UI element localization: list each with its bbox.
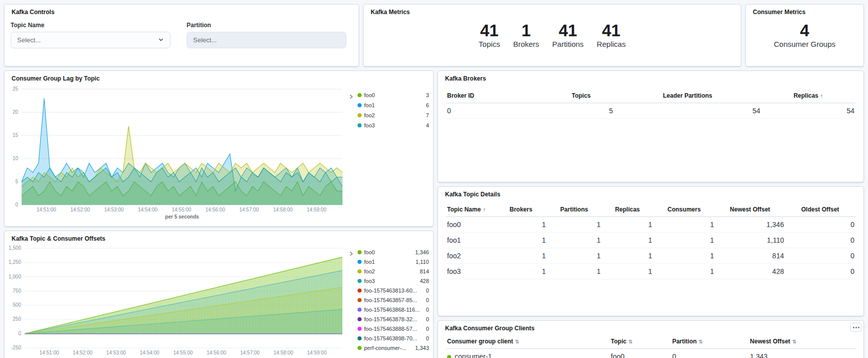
cell-value: 1 (542, 252, 546, 260)
x-axis-tick-label: 14:58:00 (274, 350, 293, 355)
column-header[interactable]: Leader Partitions (614, 89, 761, 103)
metric-consumer-groups-value: 4 (800, 22, 809, 40)
cell-value: 1 (542, 236, 546, 244)
partition-select[interactable]: Select... (187, 32, 346, 48)
legend-item[interactable]: foo3428 (358, 276, 429, 285)
column-header[interactable]: Partitions (547, 203, 601, 217)
panel-options-button[interactable] (850, 323, 861, 332)
legend-item[interactable]: foo11,110 (358, 257, 429, 266)
legend-collapse-button[interactable] (349, 90, 357, 130)
legend-item[interactable]: foo27 (358, 110, 429, 120)
sort-ascending-icon: ↑ (820, 93, 823, 99)
metric-replicas: 41 Replicas (597, 22, 626, 49)
column-header-label: Topic Name (447, 206, 481, 213)
column-header[interactable]: Topic Name↑ (446, 203, 495, 217)
sort-toggle-icon: ⇅ (792, 339, 796, 344)
table-cell: 1 (653, 264, 715, 279)
cell-value: 0 (850, 267, 854, 275)
panel-title-consumer-group-clients: Kafka Consumer Group Clients (438, 321, 863, 333)
legend-item[interactable]: foo-1575463878-32...0 (358, 314, 429, 324)
table-cell: 428 (715, 264, 785, 279)
metric-topics-value: 41 (480, 22, 499, 40)
x-axis-tick-label: 14:57:00 (240, 350, 259, 355)
lag-area-chart[interactable]: 051015202514:51:0014:52:0014:53:0014:54:… (7, 84, 346, 225)
column-header[interactable]: Newest Offset⇅ (749, 335, 855, 348)
cell-value: 1 (648, 252, 652, 260)
legend-series-value: 4 (426, 122, 429, 128)
legend-item[interactable]: perf-consumer-...1,343 (358, 343, 429, 352)
legend-item[interactable]: foo-1575463898-70...0 (358, 333, 429, 343)
legend-item[interactable]: foo34 (358, 120, 429, 130)
cell-value: 1 (648, 236, 652, 244)
metric-consumer-groups-label: Consumer Groups (774, 40, 836, 48)
column-header[interactable]: Replicas (601, 203, 653, 217)
chevron-right-icon (349, 251, 354, 256)
panel-kafka-topic-details: Kafka Topic Details Topic Name↑BrokersPa… (438, 186, 864, 316)
column-header[interactable]: Topics (549, 89, 614, 103)
controls-form: Topic Name Select... Partition Select... (5, 22, 359, 48)
column-header-label: Consumer group client (447, 338, 513, 345)
table-cell: 1 (495, 233, 547, 248)
legend-item[interactable]: foo01,346 (358, 247, 429, 257)
column-header[interactable]: Partition⇅ (671, 335, 749, 348)
legend-collapse-button[interactable] (349, 247, 357, 352)
legend-items: foo01,346foo11,110foo2814foo3428foo-1575… (358, 247, 429, 352)
topic-name-select[interactable]: Select... (11, 32, 170, 48)
legend-item[interactable]: foo16 (358, 100, 429, 110)
table-cell: 1 (653, 217, 715, 232)
table-cell: 0 (446, 103, 549, 118)
metric-topics-label: Topics (479, 40, 500, 48)
series-color-dot (358, 260, 362, 264)
column-header-label: Broker ID (447, 92, 474, 99)
panel-topic-consumer-offsets: Kafka Topic & Consumer Offsets -25002505… (4, 231, 433, 358)
column-header[interactable]: Consumer group client⇅ (446, 335, 610, 348)
y-axis-tick-label: -250 (11, 345, 21, 350)
table-header-row: Broker IDTopicsLeader PartitionsReplicas… (446, 89, 855, 103)
series-color-dot (358, 123, 362, 127)
legend-item[interactable]: foo-1575463868-116...0 (358, 305, 429, 314)
series-color-dot (358, 289, 362, 293)
legend-series-name: foo-1575463898-70... (364, 335, 423, 341)
legend-item[interactable]: foo2814 (358, 266, 429, 276)
x-axis-tick-label: 14:59:00 (307, 207, 326, 212)
metric-partitions-value: 41 (559, 22, 577, 40)
column-header[interactable]: Brokers (495, 203, 547, 217)
legend-item[interactable]: foo-1575463888-57...0 (358, 324, 429, 333)
cell-value: 0 (850, 221, 854, 229)
column-header[interactable]: Replicas↑ (761, 89, 855, 103)
legend-item[interactable]: foo-1575463857-85...0 (358, 295, 429, 305)
column-header[interactable]: Broker ID (446, 89, 549, 103)
y-axis-tick-label: 25 (13, 86, 19, 92)
table-cell: foo0 (610, 349, 671, 358)
metric-partitions: 41 Partitions (552, 22, 584, 49)
table-cell: 1 (601, 264, 653, 279)
topic-name-field: Topic Name Select... (11, 22, 170, 48)
metric-consumer-groups: 4 Consumer Groups (774, 22, 836, 49)
series-color-dot (447, 355, 451, 358)
panel-kafka-controls: Kafka Controls Topic Name Select... Part… (4, 4, 359, 66)
legend-series-name: foo1 (364, 259, 413, 265)
metric-replicas-label: Replicas (597, 40, 626, 48)
column-header[interactable]: Consumers (653, 203, 715, 217)
column-header-label: Partition (672, 338, 697, 345)
legend-item[interactable]: foo03 (358, 90, 429, 100)
cell-value: foo3 (447, 267, 461, 275)
kafka-metrics-group: 41 Topics 1 Brokers 41 Partitions 41 Rep… (364, 5, 741, 66)
metric-brokers: 1 Brokers (513, 22, 539, 49)
column-header[interactable]: Newest Offset (715, 203, 785, 217)
offsets-area-chart[interactable]: -25002505007501,0001,2501,50014:51:0014:… (7, 244, 346, 358)
column-header[interactable]: Oldest Offset (785, 203, 855, 217)
legend-series-value: 0 (426, 316, 429, 322)
table-cell: 1 (653, 233, 715, 248)
legend-series-value: 0 (426, 297, 429, 303)
panel-consumer-group-lag: Consumer Group Lag by Topic 051015202514… (4, 70, 433, 227)
column-header[interactable]: Topic⇅ (610, 335, 671, 348)
legend-series-value: 7 (426, 112, 429, 118)
cell-value: 1 (710, 236, 714, 244)
metric-brokers-label: Brokers (513, 40, 539, 48)
legend-item[interactable]: foo-1575463813-60...0 (358, 285, 429, 295)
table-cell: foo2 (446, 248, 495, 263)
series-color-dot (358, 279, 362, 283)
legend-series-name: foo0 (364, 249, 412, 255)
consumer-metrics-group: 4 Consumer Groups (746, 5, 863, 66)
